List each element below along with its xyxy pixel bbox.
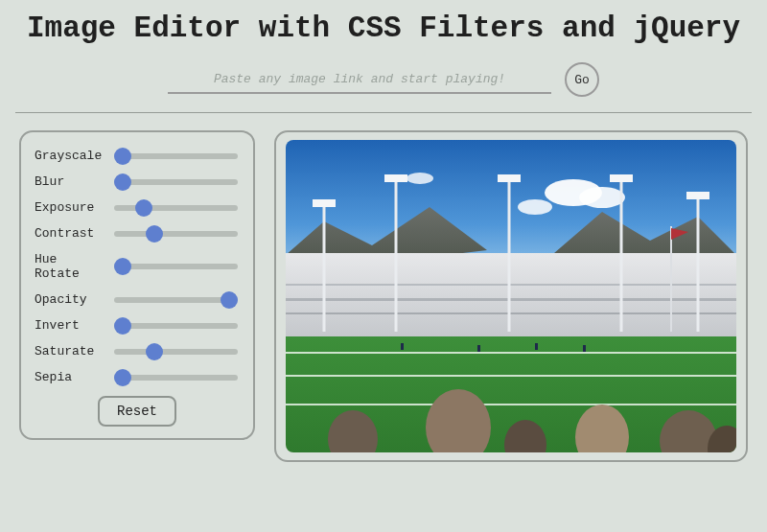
app-root: Image Editor with CSS Filters and jQuery…: [0, 0, 767, 532]
svg-rect-10: [313, 199, 336, 207]
filter-slider[interactable]: [114, 205, 238, 211]
filter-row: Blur: [35, 174, 240, 189]
reset-button[interactable]: Reset: [98, 396, 176, 427]
filter-slider[interactable]: [114, 153, 238, 159]
svg-rect-29: [583, 345, 586, 352]
svg-rect-11: [384, 174, 407, 182]
filter-row: Invert: [35, 318, 240, 333]
filter-label: Grayscale: [35, 149, 103, 163]
divider: [15, 112, 752, 113]
filter-slider[interactable]: [114, 323, 238, 329]
filter-slider[interactable]: [114, 297, 238, 303]
filter-slider[interactable]: [114, 375, 238, 381]
svg-point-3: [518, 199, 552, 215]
filter-label: Blur: [35, 174, 103, 189]
svg-rect-28: [535, 343, 538, 350]
svg-point-2: [579, 187, 625, 208]
filter-slider[interactable]: [114, 231, 238, 237]
filter-label: Saturate: [35, 344, 103, 359]
page-title: Image Editor with CSS Filters and jQuery: [15, 12, 752, 45]
filter-row: Hue Rotate: [35, 252, 240, 281]
filter-row: Contrast: [35, 226, 240, 241]
filter-row: Sepia: [35, 370, 240, 384]
filter-slider[interactable]: [114, 179, 238, 185]
filter-label: Invert: [35, 318, 103, 333]
filter-row: Opacity: [35, 292, 240, 307]
filter-slider[interactable]: [114, 264, 238, 269]
filter-row: Grayscale: [35, 149, 240, 163]
preview-image: [286, 140, 736, 452]
filter-slider[interactable]: [114, 349, 238, 355]
svg-rect-12: [498, 174, 521, 182]
image-preview-panel: [274, 130, 748, 462]
filter-label: Opacity: [35, 292, 103, 307]
filter-label: Hue Rotate: [35, 252, 103, 281]
image-url-input[interactable]: [168, 66, 551, 94]
url-bar: Go: [15, 62, 752, 97]
filter-label: Sepia: [35, 370, 103, 384]
svg-point-4: [407, 173, 433, 184]
filter-label: Exposure: [35, 200, 103, 215]
svg-rect-14: [686, 192, 709, 199]
svg-rect-26: [401, 343, 404, 350]
go-button[interactable]: Go: [565, 62, 599, 97]
filter-label: Contrast: [35, 226, 103, 241]
filter-controls-panel: GrayscaleBlurExposureContrastHue RotateO…: [19, 130, 255, 440]
panels: GrayscaleBlurExposureContrastHue RotateO…: [15, 130, 752, 462]
svg-rect-13: [610, 174, 633, 182]
svg-rect-27: [477, 345, 480, 352]
filter-row: Exposure: [35, 200, 240, 215]
filter-row: Saturate: [35, 344, 240, 359]
